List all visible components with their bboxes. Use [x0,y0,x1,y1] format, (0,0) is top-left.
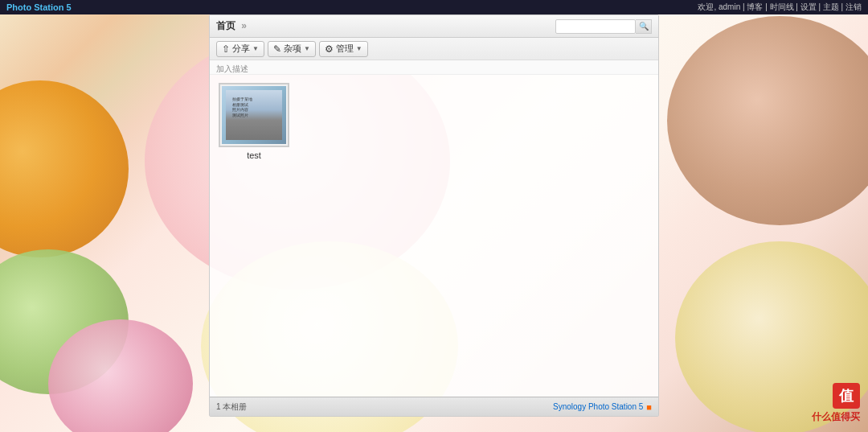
footer-brand: Synology Photo Station 5 ■ [553,402,652,412]
edit-dropdown-icon: ▼ [304,45,310,52]
album-item[interactable]: 拍摄于某地相册测试照片内容测试照片 test [218,83,290,160]
content-area: 拍摄于某地相册测试照片内容测试照片 test [210,75,658,398]
search-bar: 🔍 [555,19,652,34]
watermark-badge: 值 [833,383,860,409]
manage-label: 管理 [336,43,354,55]
app-version: 5 [67,2,72,12]
welcome-text: 欢迎, admin | 博客 | 时间线 | 设置 | 主题 | 注销 [698,2,862,13]
share-dropdown-icon: ▼ [252,45,259,52]
description-bar[interactable]: 加入描述 [210,60,658,75]
rss-icon[interactable]: ■ [646,402,652,412]
header-navigation: 欢迎, admin | 博客 | 时间线 | 设置 | 主题 | 注销 [698,2,862,13]
edit-label: 杂项 [284,43,301,55]
manage-button[interactable]: ⚙ 管理 ▼ [319,41,368,57]
photo-text-sim: 拍摄于某地相册测试照片内容测试照片 [232,97,252,117]
search-input[interactable] [555,19,636,34]
toolbar: ⇧ 分享 ▼ ✎ 杂项 ▼ ⚙ 管理 ▼ [210,38,658,60]
album-label: test [247,150,261,160]
brand-text: Synology Photo Station 5 [553,402,643,411]
edit-button[interactable]: ✎ 杂项 ▼ [268,41,316,57]
breadcrumb-home[interactable]: 首页 [216,20,235,31]
header-bar: Photo Station 5 欢迎, admin | 博客 | 时间线 | 设… [0,0,868,14]
edit-icon: ✎ [273,43,281,55]
album-thumb-inner: 拍摄于某地相册测试照片内容测试照片 [222,86,286,144]
manage-icon: ⚙ [325,43,334,55]
album-count: 1 本相册 [216,401,247,413]
breadcrumb-arrow: » [241,20,247,31]
album-thumbnail: 拍摄于某地相册测试照片内容测试照片 [219,83,289,147]
panel-footer: 1 本相册 Synology Photo Station 5 ■ [210,397,658,416]
share-icon: ⇧ [222,43,230,55]
app-title: Photo Station 5 [6,2,72,12]
share-button[interactable]: ⇧ 分享 ▼ [216,41,264,57]
share-label: 分享 [232,43,250,55]
photo-simulation: 拍摄于某地相册测试照片内容测试照片 [226,90,282,140]
description-placeholder: 加入描述 [216,64,248,73]
panel-header: 首页 » 🔍 [210,15,658,38]
search-button[interactable]: 🔍 [636,19,652,34]
manage-dropdown-icon: ▼ [356,45,362,52]
watermark-text: 什么值得买 [812,410,860,424]
main-panel: 首页 » 🔍 ⇧ 分享 ▼ ✎ 杂项 ▼ ⚙ 管理 ▼ 加入描述 [209,14,659,417]
watermark: 值 什么值得买 [812,383,860,424]
breadcrumb: 首页 » [216,19,247,33]
